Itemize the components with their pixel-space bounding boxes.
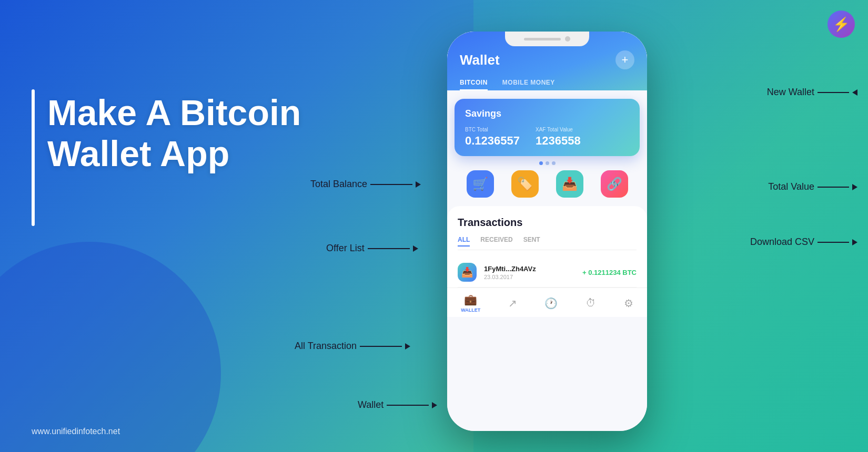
- send-nav-icon: ↗: [508, 297, 517, 310]
- history-nav-icon: 🕐: [544, 297, 558, 310]
- nav-wallet[interactable]: 💼 WALLET: [461, 293, 480, 313]
- transaction-tabs: ALL RECEIVED SENT: [458, 236, 637, 250]
- website-label: www.unifiedinfotech.net: [32, 427, 120, 436]
- xaf-total-value: 1236558: [536, 134, 581, 147]
- tx-amount: + 0.1211234 BTC: [582, 269, 637, 276]
- total-value-label: Total Value: [768, 181, 814, 192]
- wallet-balance-row: BTC Total 0.1236557 XAF Total Value 1236…: [465, 127, 629, 148]
- logo-icon: ⚡: [827, 11, 855, 38]
- settings-nav-icon: ⚙: [624, 297, 633, 310]
- notch-dot: [565, 36, 570, 42]
- total-value-annotation: Total Value: [768, 181, 857, 192]
- offer-list-annotation: Offer List: [326, 243, 418, 254]
- btc-total-value: 0.1236557: [465, 134, 520, 147]
- tag-button[interactable]: 🏷️: [511, 170, 539, 198]
- wallet-card-title: Savings: [465, 108, 629, 119]
- phone-screen: Wallet + BITCOIN MOBILE MONEY Savings BT…: [447, 32, 647, 431]
- new-wallet-arrow-line: [817, 92, 849, 93]
- tx-tab-received[interactable]: RECEIVED: [480, 236, 512, 246]
- offer-list-button[interactable]: 🛒: [467, 170, 494, 198]
- header-row: Wallet +: [460, 50, 634, 69]
- nav-timer[interactable]: ⏱: [586, 297, 596, 309]
- phone-mockup: Wallet + BITCOIN MOBILE MONEY Savings BT…: [447, 32, 647, 441]
- bottom-navigation: 💼 WALLET ↗ 🕐 ⏱ ⚙: [447, 287, 647, 317]
- new-wallet-label: New Wallet: [767, 87, 814, 98]
- timer-nav-icon: ⏱: [586, 297, 596, 309]
- tx-info: 1FyMti...Zh4AVz 23.03.2017: [484, 265, 575, 280]
- nav-send[interactable]: ↗: [508, 297, 517, 310]
- transaction-item: 📥 1FyMti...Zh4AVz 23.03.2017 + 0.1211234…: [458, 258, 637, 287]
- app-title: Wallet: [460, 52, 500, 68]
- action-buttons-row: 🛒 🏷️ 📥 🔗: [447, 170, 647, 206]
- dot-2: [546, 161, 549, 165]
- total-balance-annotation: Total Balance: [310, 179, 421, 190]
- nav-history[interactable]: 🕐: [544, 297, 558, 310]
- share-button[interactable]: 🔗: [601, 170, 628, 198]
- phone-outer: Wallet + BITCOIN MOBILE MONEY Savings BT…: [447, 32, 647, 431]
- tx-address: 1FyMti...Zh4AVz: [484, 265, 575, 273]
- wallet-card: Savings BTC Total 0.1236557 XAF Total Va…: [455, 99, 640, 156]
- tab-bitcoin[interactable]: BITCOIN: [460, 76, 488, 90]
- hero-section: Make A Bitcoin Wallet App: [47, 92, 301, 174]
- phone-notch: [505, 32, 589, 46]
- card-dots: [447, 161, 647, 165]
- total-value-arrowhead: [852, 184, 857, 190]
- wallet-arrow-line: [387, 405, 429, 406]
- hero-title: Make A Bitcoin Wallet App: [47, 92, 301, 174]
- new-wallet-annotation: New Wallet: [767, 87, 857, 98]
- dot-1: [539, 161, 543, 165]
- download-csv-button[interactable]: 📥: [556, 170, 583, 198]
- total-balance-arrowhead: [416, 181, 421, 188]
- wallet-nav-label: WALLET: [461, 307, 480, 313]
- tx-icon: 📥: [458, 263, 477, 282]
- wallet-nav-icon: 💼: [464, 293, 477, 306]
- total-balance-label: Total Balance: [310, 179, 367, 190]
- wallet-annotation-label: Wallet: [358, 399, 383, 410]
- tx-date: 23.03.2017: [484, 274, 575, 280]
- offer-list-label: Offer List: [326, 243, 365, 254]
- transactions-title: Transactions: [458, 217, 637, 229]
- tx-tab-sent[interactable]: SENT: [523, 236, 540, 246]
- total-value-arrow-line: [817, 187, 849, 188]
- nav-settings[interactable]: ⚙: [624, 297, 633, 310]
- dot-3: [552, 161, 556, 165]
- all-transaction-arrow-line: [360, 346, 402, 347]
- download-csv-label: Download CSV: [750, 237, 814, 248]
- download-csv-arrowhead: [852, 239, 857, 245]
- accent-bar: [32, 89, 35, 226]
- all-transaction-label: All Transaction: [295, 341, 357, 352]
- new-wallet-button[interactable]: +: [615, 50, 634, 69]
- offer-list-arrowhead: [413, 245, 418, 252]
- tx-tab-all[interactable]: ALL: [458, 236, 470, 246]
- offer-list-arrow-line: [368, 248, 410, 249]
- wallet-annotation: Wallet: [358, 399, 437, 410]
- tab-mobile-money[interactable]: MOBILE MONEY: [502, 76, 555, 90]
- download-csv-arrow-line: [817, 242, 849, 243]
- xaf-total-label: XAF Total Value: [536, 127, 581, 132]
- wallet-arrowhead: [432, 402, 437, 408]
- all-transaction-arrowhead: [405, 343, 410, 350]
- btc-total-label: BTC Total: [465, 127, 520, 132]
- notch-bar: [524, 38, 561, 40]
- transactions-section: Transactions ALL RECEIVED SENT 📥 1FyMti.…: [447, 206, 647, 287]
- all-transaction-annotation: All Transaction: [295, 341, 410, 352]
- btc-total-col: BTC Total 0.1236557: [465, 127, 520, 148]
- xaf-total-col: XAF Total Value 1236558: [536, 127, 581, 148]
- new-wallet-arrow-head: [852, 89, 857, 96]
- total-balance-arrow-line: [370, 184, 412, 185]
- wallet-tabs: BITCOIN MOBILE MONEY: [460, 76, 634, 90]
- download-csv-annotation: Download CSV: [750, 237, 857, 248]
